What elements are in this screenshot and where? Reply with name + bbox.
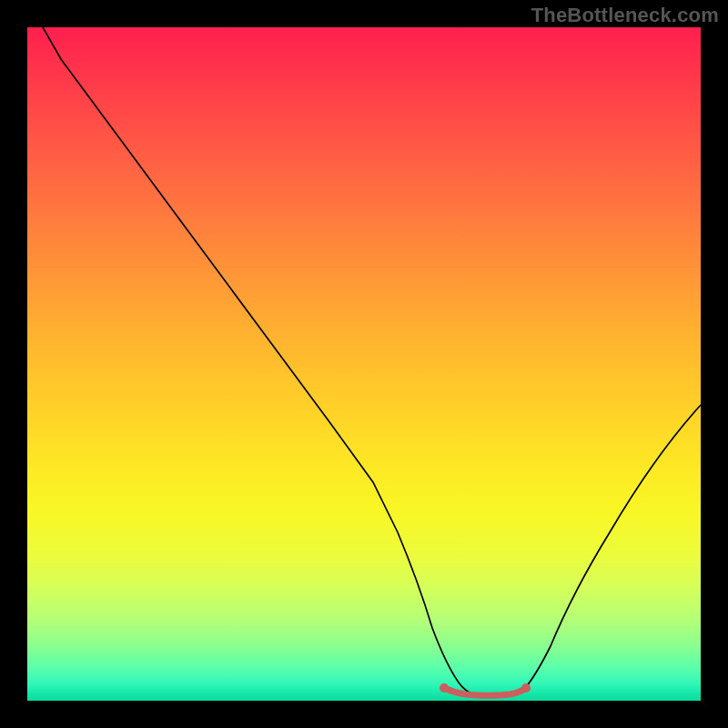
watermark-text: TheBottleneck.com (531, 4, 719, 27)
chart-frame: TheBottleneck.com (0, 0, 728, 728)
bottleneck-curve (27, 27, 701, 695)
curve-svg (27, 27, 701, 701)
optimal-band (444, 688, 526, 695)
plot-area (27, 27, 701, 701)
optimal-band-end-dot (521, 683, 531, 693)
optimal-band-start-dot (440, 683, 449, 693)
